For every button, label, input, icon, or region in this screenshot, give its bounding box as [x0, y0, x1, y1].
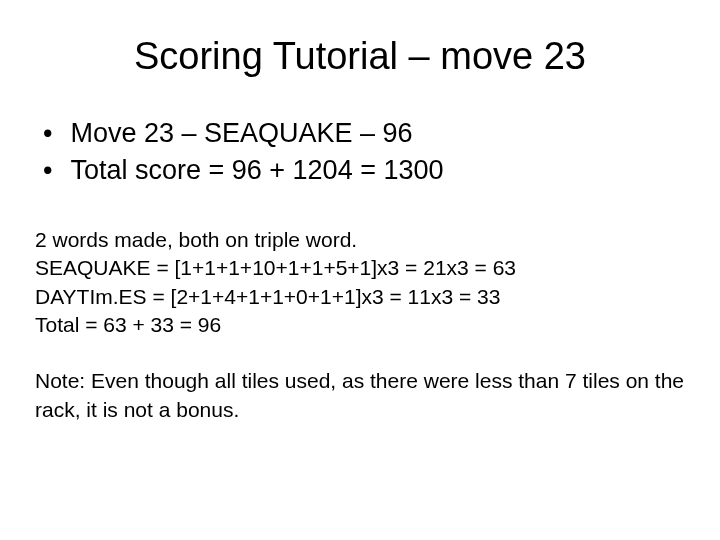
detail-line: DAYTIm.ES = [2+1+4+1+1+0+1+1]x3 = 11x3 =…: [35, 283, 690, 311]
bullet-dot-icon: •: [43, 155, 52, 186]
detail-line: SEAQUAKE = [1+1+1+10+1+1+5+1]x3 = 21x3 =…: [35, 254, 690, 282]
slide-title: Scoring Tutorial – move 23: [30, 35, 690, 78]
list-item: • Total score = 96 + 1204 = 1300: [35, 155, 690, 186]
detail-block: 2 words made, both on triple word. SEAQU…: [35, 226, 690, 339]
detail-line: 2 words made, both on triple word.: [35, 226, 690, 254]
list-item: • Move 23 – SEAQUAKE – 96: [35, 118, 690, 149]
bullet-dot-icon: •: [43, 118, 52, 149]
detail-line: Total = 63 + 33 = 96: [35, 311, 690, 339]
note-text: Note: Even though all tiles used, as the…: [35, 367, 690, 424]
note-block: Note: Even though all tiles used, as the…: [35, 367, 690, 424]
bullet-text: Total score = 96 + 1204 = 1300: [70, 155, 443, 186]
bullet-text: Move 23 – SEAQUAKE – 96: [70, 118, 412, 149]
bullet-list: • Move 23 – SEAQUAKE – 96 • Total score …: [35, 118, 690, 186]
